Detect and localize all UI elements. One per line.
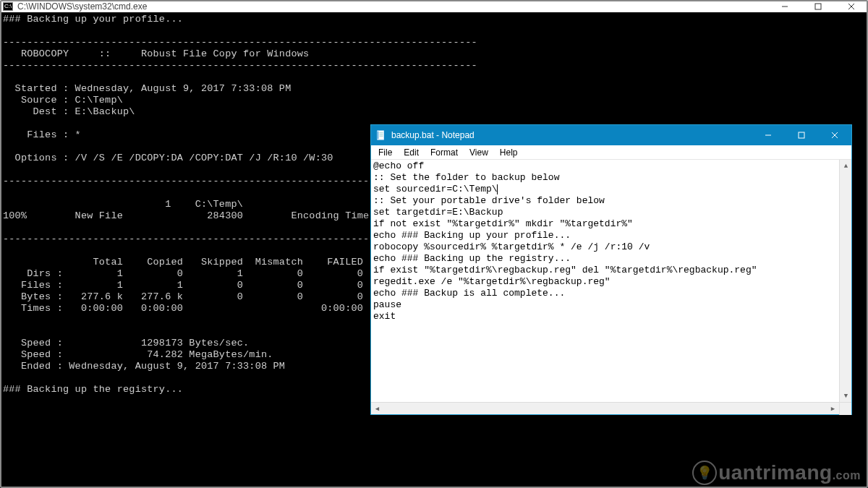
scroll-left-icon[interactable]: ◀ <box>371 403 383 415</box>
cmd-icon: C:\ <box>3 2 13 11</box>
maximize-button[interactable] <box>801 0 835 12</box>
scroll-up-icon[interactable]: ▲ <box>840 160 852 172</box>
notepad-menubar: File Edit Format View Help <box>371 145 851 160</box>
notepad-titlebar[interactable]: backup.bat - Notepad <box>371 125 851 145</box>
scrollbar-corner <box>839 403 851 415</box>
close-icon <box>848 3 855 10</box>
lightbulb-icon: 💡 <box>692 461 717 485</box>
cmd-titlebar[interactable]: C:\ C:\WINDOWS\system32\cmd.exe <box>0 0 868 12</box>
watermark: 💡 uantrimang.com <box>692 461 861 485</box>
maximize-icon <box>814 3 822 10</box>
close-button[interactable] <box>835 0 868 12</box>
minimize-button[interactable] <box>768 0 801 12</box>
cmd-title: C:\WINDOWS\system32\cmd.exe <box>17 1 147 12</box>
watermark-suffix: .com <box>833 469 861 482</box>
svg-rect-5 <box>377 132 379 140</box>
menu-view[interactable]: View <box>464 146 494 159</box>
scroll-track[interactable] <box>840 172 851 390</box>
notepad-window: backup.bat - Notepad File Edit Format Vi… <box>370 124 852 415</box>
scroll-right-icon[interactable]: ▶ <box>827 403 839 415</box>
notepad-title: backup.bat - Notepad <box>391 130 475 140</box>
close-icon <box>831 132 838 139</box>
menu-help[interactable]: Help <box>494 146 524 159</box>
svg-rect-1 <box>815 4 821 9</box>
vertical-scrollbar[interactable]: ▲ ▼ <box>839 160 851 402</box>
scroll-down-icon[interactable]: ▼ <box>840 390 852 402</box>
maximize-icon <box>798 132 805 139</box>
menu-format[interactable]: Format <box>425 146 464 159</box>
np-close-button[interactable] <box>818 125 851 145</box>
horizontal-scrollbar[interactable]: ◀ ▶ <box>371 402 851 414</box>
np-minimize-button[interactable] <box>752 125 785 145</box>
svg-rect-11 <box>799 132 804 138</box>
watermark-text: uantrimang <box>718 461 832 484</box>
notepad-text-area[interactable]: @echo off :: Set the folder to backup be… <box>371 160 851 323</box>
minimize-icon <box>781 3 788 10</box>
menu-file[interactable]: File <box>373 146 398 159</box>
minimize-icon <box>765 132 772 139</box>
np-maximize-button[interactable] <box>785 125 818 145</box>
notepad-icon <box>375 129 387 141</box>
menu-edit[interactable]: Edit <box>398 146 425 159</box>
